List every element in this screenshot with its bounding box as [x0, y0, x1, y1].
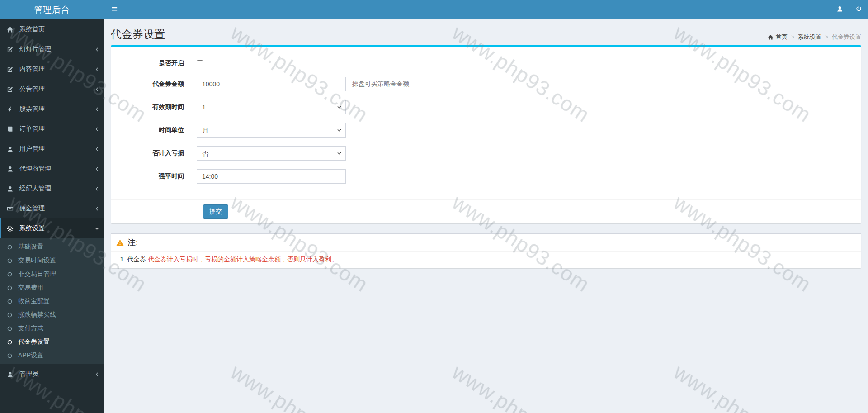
circle-o-icon: [7, 271, 15, 277]
form-label-force-close-time: 强平时间: [122, 172, 197, 180]
form-row-count-loss: 否计入亏损否: [122, 146, 850, 161]
sidebar-item-commission[interactable]: 佣金管理: [0, 199, 104, 218]
sidebar-item-orders[interactable]: 订单管理: [0, 119, 104, 139]
logout-button[interactable]: [849, 0, 868, 19]
sidebar-subitem-payment-method[interactable]: 支付方式: [0, 322, 104, 335]
user-icon: [7, 371, 16, 378]
note-title: 注:: [127, 237, 138, 248]
sidebar-subitem-app-settings[interactable]: APP设置: [0, 349, 104, 362]
circle-o-icon: [7, 312, 15, 318]
sidebar-subitem-shouyibao-config[interactable]: 收益宝配置: [0, 294, 104, 308]
sidebar-item-admin[interactable]: 管理员: [0, 364, 104, 384]
sidebar-item-label: 用户管理: [19, 145, 45, 153]
sidebar-item-users[interactable]: 用户管理: [0, 139, 104, 159]
bolt-icon: [7, 106, 16, 113]
edit-icon: [7, 46, 16, 53]
sidebar-subitem-label: 支付方式: [18, 324, 43, 332]
note-text-red: 代金券计入亏损时，亏损的金额计入策略金余额，否则只计入盈利。: [148, 256, 338, 263]
watermark: www.php93.com: [448, 360, 594, 413]
sidebar-subitem-limit-line[interactable]: 涨跌幅禁买线: [0, 308, 104, 322]
brand-logo[interactable]: 管理后台: [0, 0, 104, 19]
sidebar-item-content[interactable]: 内容管理: [0, 59, 104, 79]
sidebar-subitem-label: APP设置: [18, 351, 43, 360]
sidebar-item-stocks[interactable]: 股票管理: [0, 99, 104, 119]
top-bar: 管理后台: [0, 0, 868, 19]
sidebar-subitem-voucher-settings[interactable]: 代金券设置: [0, 335, 104, 349]
sidebar-item-label: 经纪人管理: [19, 185, 51, 193]
angle-left-icon: [94, 206, 99, 211]
form-row-voucher-amount: 代金券金额操盘可买策略金金额: [122, 77, 850, 91]
angle-left-icon: [94, 186, 99, 191]
edit-icon: [7, 86, 16, 93]
user-icon: [7, 146, 16, 152]
user-menu-button[interactable]: [830, 0, 849, 19]
bars-icon: [111, 5, 118, 14]
sidebar-subitem-trade-time[interactable]: 交易时间设置: [0, 254, 104, 267]
note-body: 代金券 代金券计入亏损时，亏损的金额计入策略金余额，否则只计入盈利。: [111, 252, 861, 268]
sidebar-item-label: 订单管理: [19, 125, 45, 133]
form-footer: 提交: [111, 199, 861, 223]
watermark: www.php93.com: [670, 360, 816, 413]
circle-o-icon: [7, 339, 15, 345]
sidebar-item-label: 管理员: [19, 370, 38, 378]
force-close-time-input[interactable]: [197, 169, 346, 184]
angle-left-icon: [94, 147, 99, 152]
form-label-count-loss: 否计入亏损: [122, 149, 197, 157]
angle-left-icon: [94, 372, 99, 377]
form-row-time-unit: 时间单位月: [122, 123, 850, 138]
page-title: 代金券设置: [111, 27, 165, 42]
book-icon: [7, 126, 16, 133]
angle-down-icon: [94, 226, 99, 231]
circle-o-icon: [7, 326, 15, 332]
angle-left-icon: [94, 87, 99, 92]
form-row-validity-period: 有效期时间1: [122, 100, 850, 114]
sidebar-subitem-trade-fee[interactable]: 交易费用: [0, 281, 104, 294]
top-navbar: [104, 0, 868, 19]
voucher-amount-input[interactable]: [197, 77, 346, 91]
sidebar-subitem-label: 交易费用: [18, 284, 43, 292]
note-list: 代金券 代金券计入亏损时，亏损的金额计入策略金余额，否则只计入盈利。: [116, 255, 856, 264]
content-area: 是否开启代金券金额操盘可买策略金金额有效期时间1时间单位月否计入亏损否强平时间 …: [104, 42, 868, 272]
money-icon: [7, 205, 16, 212]
form-label-voucher-amount: 代金券金额: [122, 80, 197, 88]
validity-period-select[interactable]: 1: [197, 100, 346, 114]
user-icon: [7, 166, 16, 172]
time-unit-select-wrap: 月: [197, 123, 346, 138]
sidebar-item-agents[interactable]: 代理商管理: [0, 159, 104, 179]
sidebar-item-label: 代理商管理: [19, 165, 51, 173]
sidebar-toggle-button[interactable]: [104, 0, 125, 19]
breadcrumb-separator: >: [791, 34, 794, 40]
breadcrumb-home[interactable]: 首页: [768, 33, 788, 41]
sidebar-subitem-label: 收益宝配置: [18, 297, 50, 305]
enable-checkbox[interactable]: [197, 60, 203, 66]
home-icon: [768, 34, 774, 40]
circle-o-icon: [7, 299, 15, 304]
sidebar-item-home[interactable]: 系统首页: [0, 19, 104, 39]
sidebar-item-label: 内容管理: [19, 65, 45, 73]
sidebar-subitem-non-trading-day[interactable]: 非交易日管理: [0, 267, 104, 281]
sidebar-item-label: 股票管理: [19, 105, 45, 113]
sidebar-subitem-basic-settings[interactable]: 基础设置: [0, 240, 104, 254]
count-loss-select[interactable]: 否: [197, 146, 346, 161]
sidebar-item-brokers[interactable]: 经纪人管理: [0, 179, 104, 199]
sidebar-item-notice[interactable]: 公告管理: [0, 79, 104, 99]
circle-o-icon: [7, 258, 15, 264]
sidebar: 系统首页幻灯片管理内容管理公告管理股票管理订单管理用户管理代理商管理经纪人管理佣…: [0, 19, 104, 413]
main-content: 代金券设置 首页 > 系统设置 > 代金券设置 是否开启代金券金额操盘可买策略金…: [104, 0, 868, 272]
form-row-force-close-time: 强平时间: [122, 169, 850, 184]
breadcrumb-section[interactable]: 系统设置: [798, 33, 821, 41]
angle-left-icon: [94, 47, 99, 52]
sidebar-item-label: 幻灯片管理: [19, 45, 51, 53]
breadcrumb: 首页 > 系统设置 > 代金券设置: [768, 33, 861, 41]
sidebar-subitem-label: 非交易日管理: [18, 270, 56, 278]
sidebar-item-slides[interactable]: 幻灯片管理: [0, 39, 104, 59]
submenu-system-settings: 基础设置交易时间设置非交易日管理交易费用收益宝配置涨跌幅禁买线支付方式代金券设置…: [0, 238, 104, 364]
sidebar-subitem-label: 代金券设置: [18, 338, 50, 346]
circle-o-icon: [7, 244, 15, 250]
submit-button[interactable]: 提交: [203, 204, 228, 219]
sidebar-item-label: 佣金管理: [19, 204, 45, 213]
sidebar-item-system-settings[interactable]: 系统设置: [0, 218, 104, 238]
angle-left-icon: [94, 107, 99, 112]
content-header: 代金券设置 首页 > 系统设置 > 代金券设置: [104, 19, 868, 42]
time-unit-select[interactable]: 月: [197, 123, 346, 138]
